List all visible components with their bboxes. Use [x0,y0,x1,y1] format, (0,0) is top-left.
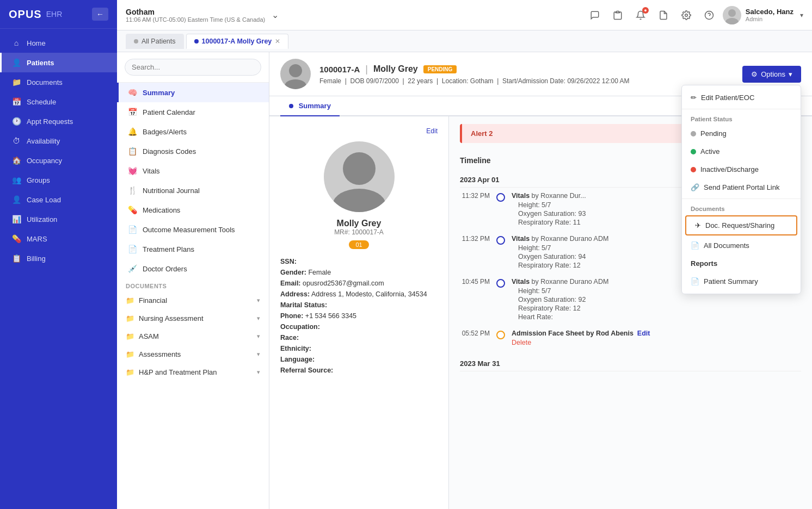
patient-location: Gotham [470,77,494,85]
location-dropdown-button[interactable]: ⌄ [272,10,279,20]
diagnosis-icon: 📋 [127,147,137,156]
user-chevron-icon: ▾ [800,11,803,19]
sidebar-item-schedule[interactable]: 📅 Schedule [0,92,117,111]
dropdown-divider-2 [682,198,801,199]
left-menu-nutritional[interactable]: 🍴 Nutritional Journal [117,181,269,200]
edit-link[interactable]: Edit [280,127,438,135]
back-button[interactable]: ← [92,8,108,21]
svg-point-7 [285,79,306,89]
documents-icon: 📁 [11,78,21,86]
dropdown-all-documents[interactable]: 📄 All Documents [682,237,801,254]
tab-label-all: All Patients [142,38,176,45]
clipboard-button[interactable] [608,6,627,24]
dropdown-status-pending[interactable]: Pending [682,125,801,142]
sub-tab-summary[interactable]: Summary [280,96,340,116]
location-name: Gotham [126,8,265,16]
dropdown-patient-summary[interactable]: 📄 Patient Summary [682,272,801,290]
left-menu-treatment-plans[interactable]: 📄 Treatment Plans [117,239,269,259]
profile-mr: MR#: 1000017-A [280,228,438,236]
tab-all-patients[interactable]: All Patients [126,34,184,49]
dropdown-doc-request[interactable]: ✈ Doc. Request/Sharing [685,215,797,235]
profile-ssn: SSN: [280,258,438,265]
sidebar-item-availability[interactable]: ⏱ Availability [0,131,117,151]
content-area: 🧠 Summary 📅 Patient Calendar 🔔 Badges/Al… [117,52,812,509]
left-menu-badges-alerts[interactable]: 🔔 Badges/Alerts [117,122,269,141]
user-info[interactable]: Salcedo, Hanz Admin ▾ [723,6,803,24]
doc-button[interactable] [654,6,673,24]
sidebar-item-appt-requests[interactable]: 🕐 Appt Requests [0,111,117,131]
left-menu-summary[interactable]: 🧠 Summary [117,83,269,102]
dropdown-status-active[interactable]: Active [682,142,801,160]
dropdown-edit-patient[interactable]: ✏ Edit Patient/EOC [682,89,801,107]
sub-tab-summary-label: Summary [299,102,331,110]
reports-label: Reports [691,259,717,268]
sidebar-item-patients[interactable]: 👤 Patients [0,53,117,72]
sidebar-logo: OPUS EHR ← [0,0,117,29]
app-sub: EHR [46,10,63,18]
right-panel: 1000017-A | Molly Grey PENDING Female | … [269,52,812,509]
doc-request-label: Doc. Request/Sharing [705,221,774,229]
tab-close-molly[interactable]: ✕ [275,38,280,45]
bell-button[interactable]: ● [631,6,650,24]
admission-edit-link[interactable]: Edit [637,330,650,337]
left-menu-medications[interactable]: 💊 Medications [117,200,269,220]
left-menu-outcome[interactable]: 📄 Outcome Measurement Tools [117,220,269,239]
timeline-dot-0 [496,193,505,202]
search-input[interactable] [125,59,261,76]
profile-avatar [324,141,395,212]
folder-asam[interactable]: 📁 ASAM ▾ [117,327,269,345]
patient-calendar-icon: 📅 [127,108,137,116]
folder-hp-icon: 📁 [126,368,134,376]
left-menu-vitals[interactable]: 💓 Vitals [117,161,269,181]
sidebar-item-home[interactable]: ⌂ Home [0,33,117,53]
clipboard-icon [613,10,623,20]
sidebar-item-groups[interactable]: 👥 Groups [0,170,117,190]
svg-point-1 [685,14,688,16]
help-button[interactable] [700,6,718,24]
sidebar-label-utilization: Utilization [27,215,57,224]
timeline-body-1: Vitals by Roxanne Durano ADM Height: 5/7… [512,235,608,270]
left-menu-diagnosis[interactable]: 📋 Diagnosis Codes [117,141,269,161]
profile-phone: Phone: +1 534 566 3345 [280,312,438,320]
topbar-icons: ● Salcedo, Hanz Admin ▾ [586,6,803,24]
timeline-time-3: 05:52 PM [460,330,490,337]
options-button[interactable]: ⚙ Options ▾ [742,66,801,83]
sidebar-item-utilization[interactable]: 📊 Utilization [0,209,117,229]
sidebar-label-groups: Groups [27,176,50,184]
dropdown-status-inactive[interactable]: Inactive/Discharge [682,160,801,178]
left-menu-doctor-orders[interactable]: 💉 Doctor Orders [117,259,269,278]
sidebar-item-billing[interactable]: 📋 Billing [0,249,117,268]
caseload-icon: 👤 [11,195,21,204]
doc-icon [659,10,668,20]
admission-delete-link[interactable]: Delete [512,339,531,346]
topbar-location: Gotham 11:06 AM (UTC-05:00) Eastern Time… [126,8,265,23]
tab-molly[interactable]: 1000017-A Molly Grey ✕ [186,34,289,49]
folder-hp[interactable]: 📁 H&P and Treatment Plan ▾ [117,363,269,381]
folder-chevron-assessments: ▾ [257,351,260,358]
folder-financial[interactable]: 📁 Financial ▾ [117,291,269,309]
user-details: Salcedo, Hanz Admin [746,8,793,22]
alert-text: Alert 2 [471,129,493,138]
sidebar-item-caseload[interactable]: 👤 Case Load [0,190,117,209]
gear-button[interactable] [677,6,696,24]
folder-nursing[interactable]: 📁 Nursing Assessment ▾ [117,309,269,327]
chat-button[interactable] [586,6,604,24]
folder-assessments[interactable]: 📁 Assessments ▾ [117,345,269,363]
timeline-bullet-0-0: Height: 5/7 [518,201,586,209]
profile-language: Language: [280,356,438,363]
svg-point-4 [728,9,736,17]
sidebar-item-mars[interactable]: 💊 MARS [0,229,117,249]
options-chevron-icon: ▾ [789,70,792,78]
left-menu-patient-calendar[interactable]: 📅 Patient Calendar [117,102,269,122]
sidebar-item-occupancy[interactable]: 🏠 Occupancy [0,151,117,170]
timeline-body-2: Vitals by Roxanne Durano ADM Height: 5/7… [512,278,608,322]
folder-chevron-nursing: ▾ [257,315,260,322]
sidebar-label-billing: Billing [27,254,46,263]
sidebar-item-documents[interactable]: 📁 Documents [0,72,117,92]
svg-point-5 [725,18,739,24]
dropdown-send-portal[interactable]: 🔗 Send Patient Portal Link [682,178,801,196]
status-pending-label: Pending [700,129,727,138]
folder-chevron-hp: ▾ [257,369,260,376]
location-time: 11:06 AM (UTC-05:00) Eastern Time (US & … [126,16,265,23]
svg-point-6 [289,64,302,77]
